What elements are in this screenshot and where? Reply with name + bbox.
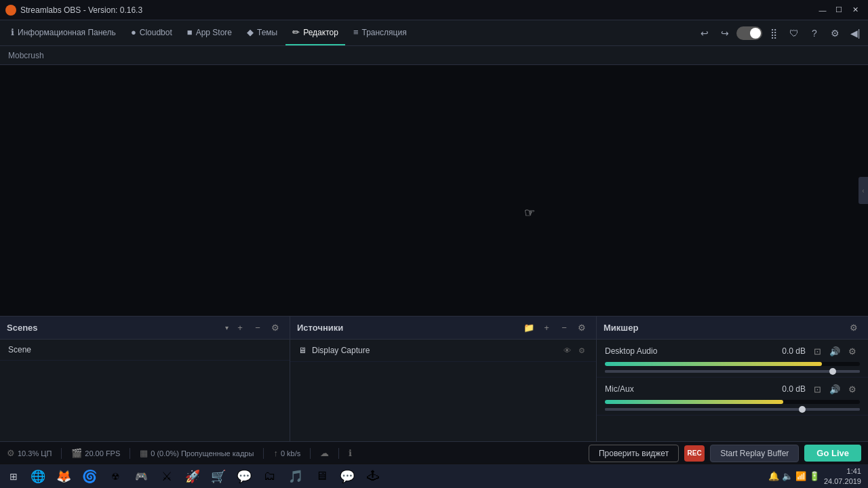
mixer-desktop-toggle[interactable]: ⊡ <box>810 344 825 359</box>
menu-item-editor[interactable]: ✏ Редактор <box>285 20 345 45</box>
taskbar-app-10[interactable]: 🎵 <box>283 466 308 487</box>
mixer-mic-toggle[interactable]: ⊡ <box>810 382 825 396</box>
taskbar-app-4[interactable]: 🎮 <box>129 466 153 487</box>
mixer-desktop-slider[interactable] <box>605 370 860 373</box>
mixer-mic-slider-knob[interactable] <box>799 406 806 413</box>
scenes-settings-button[interactable]: ⚙ <box>268 321 283 336</box>
time-display: 1:41 <box>824 466 861 476</box>
mixer-desktop-mute[interactable]: 🔊 <box>827 344 842 359</box>
taskbar-app-9[interactable]: 🗂 <box>258 466 282 487</box>
sources-panel: Источники 📁 + − ⚙ 🖥 Display Capture 👁 ⚙ <box>290 317 597 441</box>
broadcast-icon: ≡ <box>353 27 359 37</box>
taskbar-app-1[interactable]: 🦊 <box>52 466 76 487</box>
fps-text: 20.00 FPS <box>85 449 120 458</box>
status-divider-2 <box>130 448 130 459</box>
taskbar: ⊞ 🌐 🦊 🌀 ☢ 🎮 ⚔ 🚀 🛒 💬 🗂 🎵 🖥 💬 🕹 🔔 🔈 📶 🔋 1:… <box>0 464 868 488</box>
mixer-channel-mic: Mic/Aux 0.0 dB ⊡ 🔊 ⚙ <box>597 378 868 415</box>
upload-icon: ☁ <box>320 448 329 458</box>
themes-icon: ◆ <box>247 27 254 37</box>
mixer-desktop-settings[interactable]: ⚙ <box>845 344 860 359</box>
menu-item-cloudbot-label: Cloudbot <box>140 28 172 37</box>
mixer-mic-mute[interactable]: 🔊 <box>827 382 842 396</box>
check-widget-button[interactable]: Проверить виджет <box>589 445 679 462</box>
redo-button[interactable]: ↪ <box>716 24 734 42</box>
network-icon: ↑ <box>273 448 278 458</box>
cpu-text: 10.3% ЦП <box>18 449 52 458</box>
mixer-desktop-slider-knob[interactable] <box>829 368 836 375</box>
sources-add-button[interactable]: + <box>539 321 554 336</box>
collapse-button[interactable]: ◀| <box>846 24 864 42</box>
mixer-channel-mic-db: 0.0 dB <box>782 384 806 394</box>
undo-button[interactable]: ↩ <box>696 24 713 42</box>
titlebar-left: Streamlabs OBS - Version: 0.16.3 <box>5 5 142 16</box>
tray-icon-0[interactable]: 🔔 <box>768 471 779 481</box>
taskbar-app-5[interactable]: ⚔ <box>155 466 179 487</box>
source-item[interactable]: 🖥 Display Capture 👁 ⚙ <box>290 340 596 362</box>
shield-button[interactable]: 🛡 <box>785 24 803 42</box>
breadcrumb: Mobcrush <box>0 46 868 65</box>
layout-button[interactable]: ⣿ <box>765 24 783 42</box>
source-gear-button[interactable]: ⚙ <box>576 344 588 357</box>
taskbar-right: 🔔 🔈 📶 🔋 1:41 24.07.2019 <box>768 466 865 486</box>
scenes-add-button[interactable]: + <box>233 321 248 336</box>
sources-panel-header: Источники 📁 + − ⚙ <box>290 317 596 340</box>
mixer-desktop-volume-bar <box>605 362 860 366</box>
menu-item-editor-label: Редактор <box>303 28 338 37</box>
mixer-settings-button[interactable]: ⚙ <box>846 321 861 336</box>
mixer-mic-settings[interactable]: ⚙ <box>845 382 860 396</box>
taskbar-app-6[interactable]: 🚀 <box>180 466 205 487</box>
rec-button[interactable]: REC <box>684 445 705 462</box>
sources-panel-title: Источники <box>297 323 519 333</box>
settings-button[interactable]: ⚙ <box>826 24 844 42</box>
taskbar-app-11[interactable]: 🖥 <box>309 466 334 487</box>
fps-icon: 🎬 <box>71 448 82 458</box>
source-eye-button[interactable]: 👁 <box>561 344 573 357</box>
menu-item-themes-label: Темы <box>257 28 277 37</box>
sources-remove-button[interactable]: − <box>557 321 572 336</box>
menu-item-info[interactable]: ℹ Информационная Панель <box>4 20 123 45</box>
tray-icon-2[interactable]: 📶 <box>795 471 806 481</box>
taskbar-app-2[interactable]: 🌀 <box>77 466 102 487</box>
sources-folder-button[interactable]: 📁 <box>521 321 536 336</box>
close-button[interactable]: ✕ <box>848 4 863 16</box>
mixer-mic-slider[interactable] <box>605 408 860 411</box>
taskbar-app-8[interactable]: 💬 <box>232 466 256 487</box>
taskbar-app-13[interactable]: 🕹 <box>361 466 385 487</box>
source-name: Display Capture <box>312 346 370 355</box>
minimize-button[interactable]: — <box>815 4 830 16</box>
scenes-dropdown-icon[interactable]: ▾ <box>224 323 230 333</box>
mixer-desktop-controls: ⊡ 🔊 ⚙ <box>810 344 860 359</box>
status-dropped: ▦ 0 (0.0%) Пропущенные кадры <box>140 448 254 458</box>
help-button[interactable]: ? <box>806 24 823 42</box>
date-display: 24.07.2019 <box>824 476 861 486</box>
start-button[interactable]: ⊞ <box>3 467 24 486</box>
taskbar-app-12[interactable]: 💬 <box>335 466 359 487</box>
taskbar-app-3[interactable]: ☢ <box>103 466 127 487</box>
menu-item-cloudbot[interactable]: ● Cloudbot <box>124 20 179 45</box>
preview-area[interactable]: ☞ ‹ <box>0 65 868 316</box>
tray-icon-1[interactable]: 🔈 <box>782 471 793 481</box>
menu-item-appstore[interactable]: ■ App Store <box>180 20 239 45</box>
scene-item[interactable]: Scene <box>0 340 290 361</box>
theme-toggle[interactable] <box>736 26 762 40</box>
maximize-button[interactable]: ☐ <box>831 4 846 16</box>
right-handle[interactable]: ‹ <box>859 177 868 204</box>
source-actions: 👁 ⚙ <box>561 344 588 357</box>
menu-item-broadcast[interactable]: ≡ Трансляция <box>347 20 414 45</box>
taskbar-app-7[interactable]: 🛒 <box>206 466 231 487</box>
scenes-panel: Scenes ▾ + − ⚙ Scene <box>0 317 290 441</box>
go-live-button[interactable]: Go Live <box>804 445 861 462</box>
menu-item-broadcast-label: Трансляция <box>361 28 406 37</box>
sources-settings-button[interactable]: ⚙ <box>574 321 589 336</box>
mixer-channel-desktop-db: 0.0 dB <box>782 346 806 356</box>
tray-icon-3[interactable]: 🔋 <box>809 471 820 481</box>
replay-buffer-button[interactable]: Start Replay Buffer <box>710 445 799 462</box>
menu-item-themes[interactable]: ◆ Темы <box>240 20 284 45</box>
status-info[interactable]: ℹ <box>349 448 352 458</box>
menubar: ℹ Информационная Панель ● Cloudbot ■ App… <box>0 20 868 46</box>
scenes-panel-header: Scenes ▾ + − ⚙ <box>0 317 290 340</box>
window-controls: — ☐ ✕ <box>815 4 863 16</box>
scenes-remove-button[interactable]: − <box>250 321 265 336</box>
status-divider-3 <box>263 448 264 459</box>
taskbar-app-0[interactable]: 🌐 <box>26 466 50 487</box>
